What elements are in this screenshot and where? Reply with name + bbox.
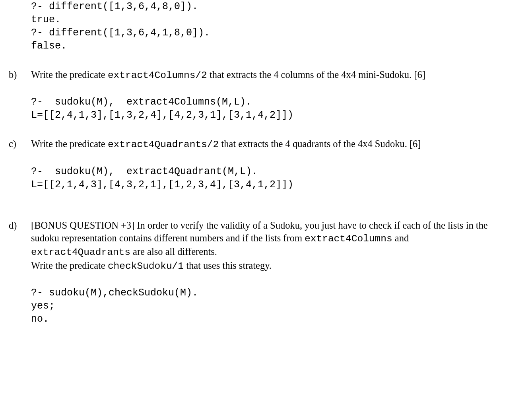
question-d-label: d) (9, 219, 31, 273)
question-c: c) Write the predicate extract4Quadrants… (9, 138, 506, 151)
question-d-mid1: and (392, 233, 409, 243)
question-d-example: ?- sudoku(M),checkSudoku(M). yes; no. (31, 286, 506, 326)
code-extract4columns: extract4Columns/2 (108, 70, 207, 81)
question-b-example: ?- sudoku(M), extract4Columns(M,L). L=[[… (31, 95, 506, 122)
question-b-label: b) (9, 68, 31, 82)
question-d-text: [BONUS QUESTION +3] In order to verify t… (31, 219, 506, 273)
code-extract4quadrants: extract4Quadrants/2 (108, 139, 219, 150)
question-d-line2-pre: Write the predicate (31, 260, 108, 271)
question-b-pre: Write the predicate (31, 69, 108, 80)
question-d-line2-post: that uses this strategy. (184, 260, 272, 271)
question-d-line1-pre: [BONUS QUESTION +3] In order to verify t… (31, 220, 488, 243)
question-c-example: ?- sudoku(M), extract4Quadrant(M,L). L=[… (31, 165, 506, 191)
question-c-text: Write the predicate extract4Quadrants/2 … (31, 138, 506, 151)
question-c-label: c) (9, 138, 31, 151)
code-extract4columns-2: extract4Columns (305, 233, 392, 244)
question-d-mid2: are also all differents. (130, 246, 217, 257)
question-c-pre: Write the predicate (31, 138, 108, 149)
intro-code-block: ?- different([1,3,6,4,8,0]). true. ?- di… (31, 0, 506, 52)
code-checksudoku: checkSudoku/1 (108, 261, 184, 272)
question-b: b) Write the predicate extract4Columns/2… (9, 68, 506, 82)
question-b-text: Write the predicate extract4Columns/2 th… (31, 68, 506, 82)
question-b-mid: that extracts the 4 columns of the 4x4 m… (207, 69, 425, 80)
question-d: d) [BONUS QUESTION +3] In order to verif… (9, 219, 506, 273)
question-c-mid: that extracts the 4 quadrants of the 4x4… (219, 138, 421, 149)
code-extract4quadrants-2: extract4Quadrants (31, 247, 130, 258)
